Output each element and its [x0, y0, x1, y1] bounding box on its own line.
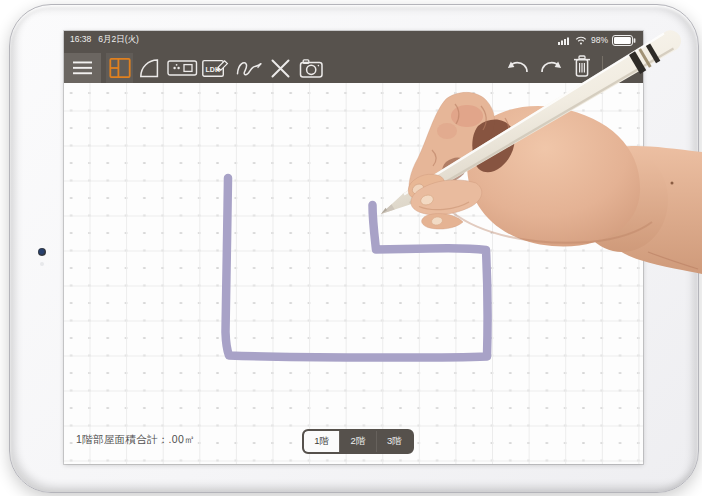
status-bar: 16:38 6月2日(火): [64, 31, 643, 46]
tool-door-button[interactable]: [134, 53, 164, 83]
cross-icon: [270, 58, 291, 79]
app-header: 16:38 6月2日(火): [64, 31, 643, 83]
redo-button[interactable]: [539, 58, 562, 78]
home-button[interactable]: [665, 237, 696, 268]
undo-arrow-icon: [507, 58, 530, 74]
wifi-icon: [575, 35, 587, 45]
menu-button[interactable]: [64, 53, 101, 83]
floor-tab-1[interactable]: 1階: [304, 431, 339, 452]
toolbar: LDK: [64, 46, 643, 83]
front-camera-icon: [38, 248, 46, 256]
camera-icon: [299, 58, 324, 79]
app-screen: 16:38 6月2日(火): [64, 31, 643, 464]
floor-selector: 1階 2階 3階: [302, 429, 414, 454]
battery-icon: [612, 35, 636, 46]
status-time: 16:38: [70, 34, 91, 46]
floor-tab-3[interactable]: 3階: [376, 431, 412, 452]
tool-room-label-button[interactable]: LDK: [200, 53, 232, 83]
battery-percent: 98%: [591, 35, 608, 45]
toolbar-actions: [507, 53, 603, 83]
tool-erase-cross-button[interactable]: [266, 53, 294, 83]
status-date: 6月2日(火): [98, 34, 139, 46]
freehand-pen-icon: [236, 57, 263, 79]
toolbar-divider: [602, 56, 603, 80]
redo-arrow-icon: [539, 58, 562, 74]
area-summary-text: 1階部屋面積合計：.00㎡: [76, 433, 195, 447]
trash-icon: [571, 54, 593, 78]
hamburger-menu-icon: [73, 61, 93, 75]
door-arc-icon: [138, 57, 160, 79]
cellular-signal-icon: [558, 36, 571, 45]
tool-fixture-button[interactable]: [165, 53, 199, 83]
undo-button[interactable]: [507, 58, 530, 78]
ldk-label-icon: LDK: [202, 57, 230, 79]
tool-wall-plan-button[interactable]: [106, 53, 133, 83]
floor-tab-2[interactable]: 2階: [339, 431, 375, 452]
tool-camera-button[interactable]: [295, 53, 327, 83]
drawing-canvas[interactable]: 1階部屋面積合計：.00㎡ 1階 2階 3階: [64, 83, 643, 464]
tool-freehand-button[interactable]: [233, 53, 265, 83]
fixture-parts-icon: [167, 58, 198, 78]
floorplan-icon: [109, 57, 131, 79]
ipad-device: 16:38 6月2日(火): [9, 4, 699, 493]
ambient-sensor-icon: [40, 262, 44, 266]
trash-button[interactable]: [571, 54, 593, 82]
screenshot-stage: 16:38 6月2日(火): [0, 0, 702, 496]
